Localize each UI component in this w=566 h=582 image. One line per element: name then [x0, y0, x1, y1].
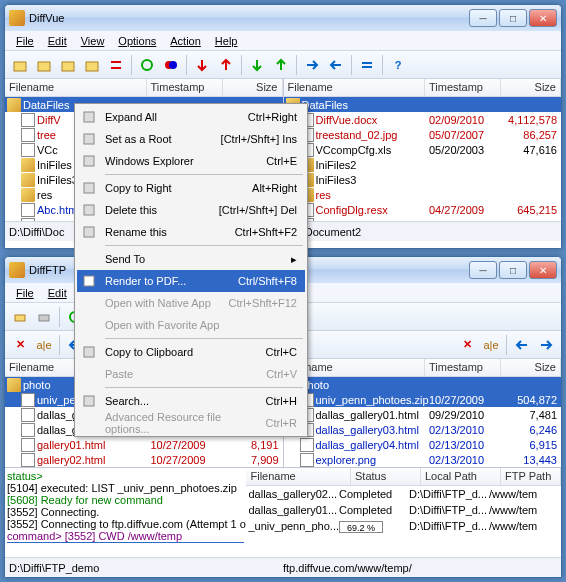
transfer-header[interactable]: Filename Status Local Path FTP Path [246, 468, 561, 486]
folder3-icon[interactable] [81, 54, 103, 76]
help-icon[interactable]: ? [387, 54, 409, 76]
col-filename[interactable]: Filename [284, 79, 426, 96]
svg-rect-1 [38, 62, 50, 71]
file-row[interactable]: explorer.png02/13/201013,443 [284, 452, 562, 467]
titlebar-diffvue: DiffVue ─ □ ✕ [5, 5, 561, 31]
compare-icon[interactable] [160, 54, 182, 76]
transfer-row[interactable]: _univ_penn_pho...69.2 %D:\Diffi\FTP_d...… [246, 518, 561, 534]
file-row[interactable]: res [284, 187, 562, 202]
file-row[interactable]: gallery01.html10/27/20098,191 [5, 437, 283, 452]
file-row[interactable]: IniFiles2 [284, 157, 562, 172]
col-status[interactable]: Status [351, 468, 421, 485]
file-row[interactable]: dallas_gallery01.html09/29/20107,481 [284, 407, 562, 422]
maximize-button[interactable]: □ [499, 9, 527, 27]
refresh-icon[interactable] [136, 54, 158, 76]
folder-icon[interactable] [33, 54, 55, 76]
menu-view[interactable]: View [74, 33, 112, 49]
file-row[interactable]: dallas_gallery03.html02/13/20106,246 [284, 422, 562, 437]
menu-action[interactable]: Action [163, 33, 208, 49]
svg-rect-10 [84, 183, 94, 193]
ae-icon-r[interactable]: a|e [480, 334, 502, 356]
col-filename[interactable]: Filename [5, 79, 147, 96]
file-row[interactable]: DiffRC.cpp12/07/20089,273 [284, 217, 562, 221]
toolbar: ? [5, 51, 561, 79]
folder2-icon[interactable] [57, 54, 79, 76]
close-button[interactable]: ✕ [529, 261, 557, 279]
col-timestamp[interactable]: Timestamp [147, 79, 223, 96]
file-row[interactable]: DiffVue.docx02/09/20104,112,578 [284, 112, 562, 127]
transfer-row[interactable]: dallas_gallery01...CompletedD:\Diffi\FTP… [246, 502, 561, 518]
swap-icon[interactable] [105, 54, 127, 76]
menu-file[interactable]: File [9, 285, 41, 301]
close-button[interactable]: ✕ [529, 9, 557, 27]
menu-file[interactable]: File [9, 33, 41, 49]
file-name: IniFiles3 [316, 174, 430, 186]
menu-item[interactable]: Search...Ctrl+H [77, 390, 305, 412]
col-ftppath[interactable]: FTP Path [501, 468, 561, 485]
transfer-row[interactable]: dallas_gallery02...CompletedD:\Diffi\FTP… [246, 486, 561, 502]
up-green-icon[interactable] [270, 54, 292, 76]
sync-icon[interactable] [356, 54, 378, 76]
folder-row[interactable]: DataFiles [284, 97, 562, 112]
transfer-list[interactable]: dallas_gallery02...CompletedD:\Diffi\FTP… [246, 486, 561, 534]
file-time: 02/13/2010 [429, 439, 505, 451]
right-column-header[interactable]: Filename Timestamp Size [284, 79, 562, 97]
menu-item[interactable]: Set as a Root[Ctrl+/Shft+] Ins [77, 128, 305, 150]
up-red-icon[interactable] [215, 54, 237, 76]
file-row[interactable]: dallas_gallery04.html02/13/20106,915 [284, 437, 562, 452]
col-timestamp[interactable]: Timestamp [425, 79, 501, 96]
menu-item[interactable]: Windows ExplorerCtrl+E [77, 150, 305, 172]
connect-icon[interactable] [9, 306, 31, 328]
disconnect-icon[interactable] [33, 306, 55, 328]
col-filename[interactable]: Filename [246, 468, 351, 485]
x-icon[interactable]: ✕ [9, 334, 31, 356]
file-row[interactable]: univ_penn_photoes.zip10/27/2009504,872 [284, 392, 562, 407]
left-arrow-icon-r[interactable] [511, 334, 533, 356]
context-menu[interactable]: Expand AllCtrl+RightSet as a Root[Ctrl+/… [74, 103, 308, 437]
menu-item[interactable]: Send To▸ [77, 248, 305, 270]
file-icon [21, 203, 35, 217]
minimize-button[interactable]: ─ [469, 9, 497, 27]
menu-item[interactable]: Rename thisCtrl+Shft+F2 [77, 221, 305, 243]
col-localpath[interactable]: Local Path [421, 468, 501, 485]
file-row[interactable]: gallery02.html10/27/20097,909 [5, 452, 283, 467]
menu-item[interactable]: Expand AllCtrl+Right [77, 106, 305, 128]
menu-edit[interactable]: Edit [41, 33, 74, 49]
menu-item[interactable]: Delete this[Ctrl+/Shft+] Del [77, 199, 305, 221]
file-name: dallas_gallery01.html [316, 409, 430, 421]
col-size[interactable]: Size [223, 79, 283, 96]
x-icon-r[interactable]: ✕ [456, 334, 478, 356]
copy-left-icon[interactable] [325, 54, 347, 76]
menu-help[interactable]: Help [208, 33, 245, 49]
down-red-icon[interactable] [191, 54, 213, 76]
left-column-header[interactable]: Filename Timestamp Size [5, 79, 283, 97]
right-arrow-icon-r[interactable] [535, 334, 557, 356]
file-row[interactable]: IniFiles3 [284, 172, 562, 187]
down-green-icon[interactable] [246, 54, 268, 76]
right-column-header[interactable]: Filename Timestamp Size [284, 359, 562, 377]
col-timestamp[interactable]: Timestamp [425, 359, 501, 376]
maximize-button[interactable]: □ [499, 261, 527, 279]
file-row[interactable]: ConfigDlg.resx04/27/2009645,215 [284, 202, 562, 217]
ftp-right-file-list[interactable]: photouniv_penn_photoes.zip10/27/2009504,… [284, 377, 562, 467]
menu-item[interactable]: Copy to ClipboardCtrl+C [77, 341, 305, 363]
menu-options[interactable]: Options [111, 33, 163, 49]
right-file-list[interactable]: DataFilesDiffVue.docx02/09/20104,112,578… [284, 97, 562, 221]
file-row[interactable]: treestand_02.jpg05/07/200786,257 [284, 127, 562, 142]
menu-item[interactable]: Render to PDF...Ctrl/Shft+F8 [77, 270, 305, 292]
menu-item[interactable]: Copy to RightAlt+Right [77, 177, 305, 199]
open-icon[interactable] [9, 54, 31, 76]
folder-row[interactable]: photo [284, 377, 562, 392]
ae-icon[interactable]: a|e [33, 334, 55, 356]
svg-rect-12 [84, 227, 94, 237]
col-size[interactable]: Size [501, 79, 561, 96]
file-row[interactable]: VCcompCfg.xls05/20/200347,616 [284, 142, 562, 157]
minimize-button[interactable]: ─ [469, 261, 497, 279]
ftp-log[interactable]: status>[5104] executed: LIST _univ_penn_… [5, 467, 246, 543]
file-time: 05/07/2007 [429, 129, 505, 141]
menu-edit[interactable]: Edit [41, 285, 74, 301]
file-name: treestand_02.jpg [316, 129, 430, 141]
copy-right-icon[interactable] [301, 54, 323, 76]
col-size[interactable]: Size [501, 359, 561, 376]
progress-bar: 69.2 % [339, 521, 383, 533]
